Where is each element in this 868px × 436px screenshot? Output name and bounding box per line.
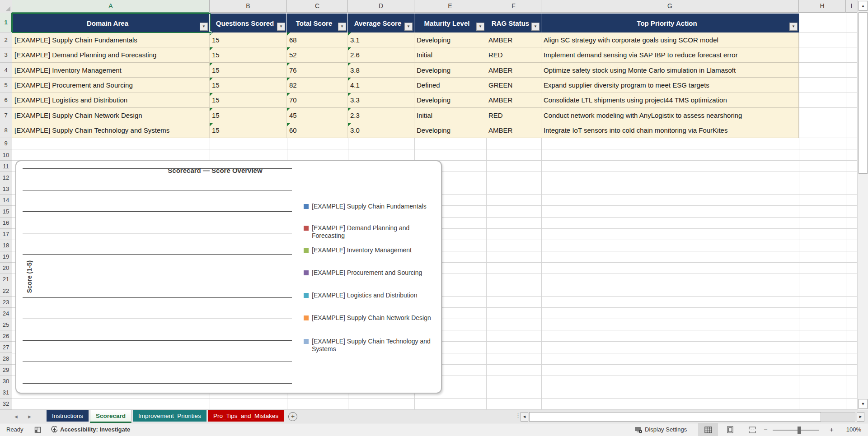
- cell-top-priority-action[interactable]: Expand supplier diversity program to mee…: [541, 78, 799, 93]
- cell-average-score[interactable]: 3.1: [348, 32, 414, 47]
- cell-domain-area[interactable]: [EXAMPLE] Supply Chain Fundamentals: [12, 32, 210, 47]
- table-header-cell[interactable]: Top Priority Action ▼: [541, 14, 799, 32]
- vertical-scrollbar-thumb[interactable]: [859, 12, 868, 174]
- cell-average-score[interactable]: 2.6: [348, 47, 414, 62]
- cell-maturity-level[interactable]: Developing: [414, 93, 486, 108]
- select-all-corner[interactable]: [0, 0, 12, 13]
- zoom-in-icon[interactable]: +: [830, 426, 834, 433]
- row-number[interactable]: 1: [0, 13, 12, 32]
- horizontal-scrollbar-thumb[interactable]: [529, 412, 821, 422]
- row-number[interactable]: 2: [0, 32, 12, 47]
- column-letter[interactable]: B: [210, 0, 287, 13]
- cell-maturity-level[interactable]: Developing: [414, 123, 486, 138]
- row-number[interactable]: 4: [0, 63, 12, 78]
- row-number[interactable]: 25: [0, 319, 12, 330]
- row-number[interactable]: 13: [0, 183, 12, 195]
- cell-top-priority-action[interactable]: Align SC strategy with corporate goals u…: [541, 32, 799, 47]
- column-letter[interactable]: H: [799, 0, 846, 13]
- cell-rag-status[interactable]: RED: [486, 47, 541, 62]
- cell-rag-status[interactable]: RED: [486, 108, 541, 123]
- cell-top-priority-action[interactable]: Integrate IoT sensors into cold chain mo…: [541, 123, 799, 138]
- row-number[interactable]: 20: [0, 263, 12, 274]
- cell-domain-area[interactable]: [EXAMPLE] Supply Chain Technology and Sy…: [12, 123, 210, 138]
- cell-questions-scored[interactable]: 15: [210, 47, 287, 62]
- cell-rag-status[interactable]: AMBER: [486, 93, 541, 108]
- sheet-tab[interactable]: Pro_Tips_and_Mistakes: [208, 410, 284, 422]
- cell-total-score[interactable]: 76: [287, 63, 348, 78]
- cell-average-score[interactable]: 3.8: [348, 63, 414, 78]
- row-number[interactable]: 17: [0, 229, 12, 240]
- row-number[interactable]: 9: [0, 138, 12, 149]
- filter-dropdown-icon[interactable]: ▼: [531, 23, 540, 31]
- cell-top-priority-action[interactable]: Optimize safety stock using Monte Carlo …: [541, 63, 799, 78]
- cell-questions-scored[interactable]: 15: [210, 32, 287, 47]
- cell-average-score[interactable]: 3.3: [348, 93, 414, 108]
- row-number[interactable]: 26: [0, 330, 12, 342]
- table-header-cell[interactable]: RAG Status ▼: [486, 14, 541, 32]
- row-number[interactable]: 30: [0, 376, 12, 387]
- cell-top-priority-action[interactable]: Consolidate LTL shipments using project4…: [541, 93, 799, 108]
- filter-dropdown-icon[interactable]: ▼: [277, 23, 285, 31]
- filter-dropdown-icon[interactable]: ▼: [404, 23, 413, 31]
- normal-view-icon[interactable]: [698, 423, 718, 436]
- cell-total-score[interactable]: 60: [287, 123, 348, 138]
- sheet-tab[interactable]: Instructions: [47, 410, 89, 422]
- sheet-tab[interactable]: Scorecard: [90, 410, 131, 423]
- cell-top-priority-action[interactable]: Implement demand sensing via SAP IBP to …: [541, 47, 799, 62]
- display-settings-button[interactable]: Display Settings: [645, 426, 687, 433]
- row-number[interactable]: 8: [0, 123, 12, 138]
- vertical-scrollbar[interactable]: ▲ ▼: [857, 0, 868, 410]
- cell-questions-scored[interactable]: 15: [210, 78, 287, 93]
- cell-rag-status[interactable]: GREEN: [486, 78, 541, 93]
- cell-maturity-level[interactable]: Developing: [414, 63, 486, 78]
- table-header-cell[interactable]: Total Score ▼: [287, 14, 348, 32]
- page-break-view-icon[interactable]: [742, 423, 762, 436]
- row-number[interactable]: 6: [0, 93, 12, 108]
- row-number[interactable]: 32: [0, 399, 12, 410]
- chart-object[interactable]: Scorecard — Score Overview Score (1-5) […: [15, 160, 442, 394]
- cell-questions-scored[interactable]: 15: [210, 63, 287, 78]
- cell-average-score[interactable]: 2.3: [348, 108, 414, 123]
- row-number[interactable]: 5: [0, 78, 12, 93]
- column-letter[interactable]: F: [486, 0, 541, 13]
- filter-dropdown-icon[interactable]: ▼: [789, 23, 798, 31]
- cell-total-score[interactable]: 45: [287, 108, 348, 123]
- accessibility-status[interactable]: Accessibility: Investigate: [60, 426, 130, 433]
- cell-total-score[interactable]: 52: [287, 47, 348, 62]
- zoom-slider[interactable]: [773, 430, 819, 431]
- cell-rag-status[interactable]: AMBER: [486, 63, 541, 78]
- row-number[interactable]: 15: [0, 206, 12, 217]
- horizontal-scrollbar[interactable]: [529, 412, 855, 422]
- row-number[interactable]: 18: [0, 240, 12, 251]
- table-header-cell[interactable]: Maturity Level ▼: [414, 14, 486, 32]
- cell-questions-scored[interactable]: 15: [210, 108, 287, 123]
- cell-top-priority-action[interactable]: Conduct network modeling with AnyLogisti…: [541, 108, 799, 123]
- column-letter[interactable]: I: [846, 0, 857, 13]
- cell-domain-area[interactable]: [EXAMPLE] Demand Planning and Forecastin…: [12, 47, 210, 62]
- row-number[interactable]: 14: [0, 195, 12, 206]
- cell-rag-status[interactable]: AMBER: [486, 32, 541, 47]
- row-number[interactable]: 23: [0, 297, 12, 308]
- cell-total-score[interactable]: 82: [287, 78, 348, 93]
- row-number[interactable]: 3: [0, 47, 12, 62]
- scroll-down-icon[interactable]: ▼: [859, 399, 868, 409]
- cell-maturity-level[interactable]: Initial: [414, 108, 486, 123]
- add-sheet-icon[interactable]: +: [288, 412, 297, 421]
- filter-dropdown-icon[interactable]: ▼: [338, 23, 346, 31]
- filter-dropdown-icon[interactable]: ▼: [476, 23, 484, 31]
- row-number[interactable]: 16: [0, 218, 12, 229]
- cell-average-score[interactable]: 4.1: [348, 78, 414, 93]
- zoom-out-icon[interactable]: −: [764, 426, 768, 433]
- cell-questions-scored[interactable]: 15: [210, 123, 287, 138]
- cell-maturity-level[interactable]: Developing: [414, 32, 486, 47]
- zoom-slider-thumb[interactable]: [798, 427, 801, 434]
- page-layout-view-icon[interactable]: [720, 423, 740, 436]
- cell-domain-area[interactable]: [EXAMPLE] Supply Chain Network Design: [12, 108, 210, 123]
- table-header-cell[interactable]: Average Score ▼: [348, 14, 414, 32]
- row-number[interactable]: 19: [0, 251, 12, 263]
- scroll-up-icon[interactable]: ▲: [859, 1, 868, 11]
- cell-domain-area[interactable]: [EXAMPLE] Logistics and Distribution: [12, 93, 210, 108]
- cell-total-score[interactable]: 68: [287, 32, 348, 47]
- row-number[interactable]: 24: [0, 308, 12, 319]
- table-header-cell[interactable]: Questions Scored ▼: [210, 14, 287, 32]
